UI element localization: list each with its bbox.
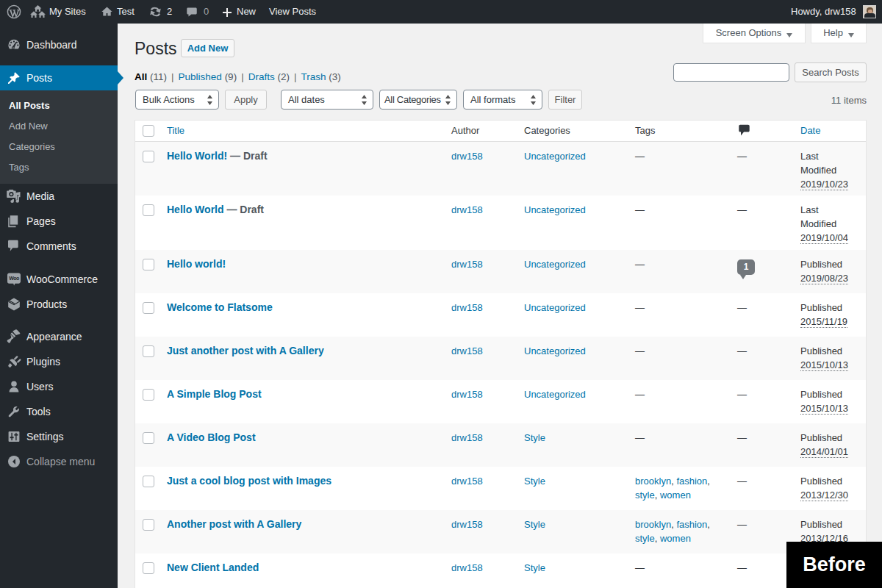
svg-text:Woo: Woo	[9, 276, 19, 281]
